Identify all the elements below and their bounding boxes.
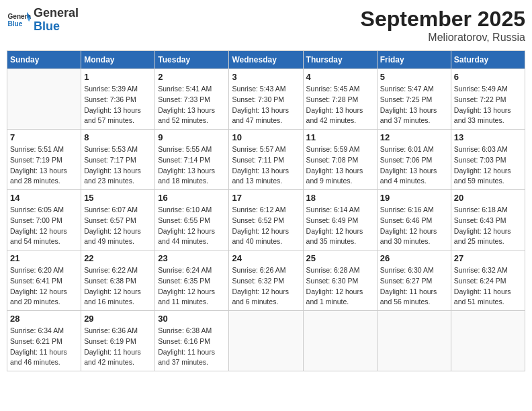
calendar-cell: 10Sunrise: 5:57 AMSunset: 7:11 PMDayligh… bbox=[229, 130, 303, 190]
calendar-week-row: 14Sunrise: 6:05 AMSunset: 7:00 PMDayligh… bbox=[7, 190, 525, 250]
day-info: Sunrise: 6:01 AMSunset: 7:06 PMDaylight:… bbox=[380, 144, 448, 187]
day-info: Sunrise: 6:30 AMSunset: 6:27 PMDaylight:… bbox=[380, 265, 448, 308]
day-info: Sunrise: 5:51 AMSunset: 7:19 PMDaylight:… bbox=[10, 144, 78, 187]
calendar-cell: 22Sunrise: 6:22 AMSunset: 6:38 PMDayligh… bbox=[81, 250, 155, 311]
calendar-cell: 21Sunrise: 6:20 AMSunset: 6:41 PMDayligh… bbox=[7, 250, 81, 311]
calendar-table: SundayMondayTuesdayWednesdayThursdayFrid… bbox=[7, 50, 525, 371]
day-number: 25 bbox=[306, 253, 374, 263]
day-info: Sunrise: 5:47 AMSunset: 7:25 PMDaylight:… bbox=[380, 84, 448, 126]
day-number: 7 bbox=[10, 132, 78, 142]
day-info: Sunrise: 5:41 AMSunset: 7:33 PMDaylight:… bbox=[158, 84, 226, 126]
calendar-week-row: 28Sunrise: 6:34 AMSunset: 6:21 PMDayligh… bbox=[7, 311, 525, 371]
calendar-cell: 14Sunrise: 6:05 AMSunset: 7:00 PMDayligh… bbox=[7, 190, 81, 250]
weekday-header-tuesday: Tuesday bbox=[155, 51, 229, 69]
day-info: Sunrise: 6:32 AMSunset: 6:24 PMDaylight:… bbox=[454, 265, 522, 308]
day-number: 18 bbox=[306, 193, 374, 203]
calendar-cell: 29Sunrise: 6:36 AMSunset: 6:19 PMDayligh… bbox=[81, 311, 155, 371]
weekday-header-monday: Monday bbox=[81, 51, 155, 69]
calendar-cell: 9Sunrise: 5:55 AMSunset: 7:14 PMDaylight… bbox=[155, 130, 229, 190]
day-number: 28 bbox=[10, 314, 78, 324]
calendar-cell: 13Sunrise: 6:03 AMSunset: 7:03 PMDayligh… bbox=[451, 130, 525, 190]
day-info: Sunrise: 6:34 AMSunset: 6:21 PMDaylight:… bbox=[10, 326, 78, 368]
day-number: 10 bbox=[232, 132, 300, 142]
calendar-cell: 16Sunrise: 6:10 AMSunset: 6:55 PMDayligh… bbox=[155, 190, 229, 250]
calendar-cell: 24Sunrise: 6:26 AMSunset: 6:32 PMDayligh… bbox=[229, 250, 303, 311]
month-year: September 2025 bbox=[361, 7, 525, 32]
day-info: Sunrise: 6:18 AMSunset: 6:43 PMDaylight:… bbox=[454, 205, 522, 247]
calendar-cell bbox=[229, 311, 303, 371]
calendar-cell: 23Sunrise: 6:24 AMSunset: 6:35 PMDayligh… bbox=[155, 250, 229, 311]
day-number: 27 bbox=[454, 253, 522, 263]
logo: General Blue General Blue bbox=[7, 7, 79, 34]
day-number: 9 bbox=[158, 132, 226, 142]
svg-text:Blue: Blue bbox=[7, 20, 22, 28]
logo-icon: General Blue bbox=[7, 8, 31, 32]
day-info: Sunrise: 6:12 AMSunset: 6:52 PMDaylight:… bbox=[232, 205, 300, 247]
calendar-cell: 28Sunrise: 6:34 AMSunset: 6:21 PMDayligh… bbox=[7, 311, 81, 371]
weekday-header-sunday: Sunday bbox=[7, 51, 81, 69]
weekday-header-row: SundayMondayTuesdayWednesdayThursdayFrid… bbox=[7, 51, 525, 69]
calendar-cell: 11Sunrise: 5:59 AMSunset: 7:08 PMDayligh… bbox=[303, 130, 377, 190]
day-number: 13 bbox=[454, 132, 522, 142]
weekday-header-friday: Friday bbox=[377, 51, 451, 69]
calendar-cell: 8Sunrise: 5:53 AMSunset: 7:17 PMDaylight… bbox=[81, 130, 155, 190]
day-info: Sunrise: 6:03 AMSunset: 7:03 PMDaylight:… bbox=[454, 144, 522, 187]
calendar-cell: 5Sunrise: 5:47 AMSunset: 7:25 PMDaylight… bbox=[377, 69, 451, 130]
month-title: September 2025 Melioratorov, Russia bbox=[361, 7, 525, 44]
day-number: 16 bbox=[158, 193, 226, 203]
calendar-cell: 27Sunrise: 6:32 AMSunset: 6:24 PMDayligh… bbox=[451, 250, 525, 311]
day-number: 2 bbox=[158, 72, 226, 82]
day-number: 12 bbox=[380, 132, 448, 142]
weekday-header-thursday: Thursday bbox=[303, 51, 377, 69]
day-number: 24 bbox=[232, 253, 300, 263]
day-number: 29 bbox=[84, 314, 152, 324]
day-number: 22 bbox=[84, 253, 152, 263]
day-info: Sunrise: 6:22 AMSunset: 6:38 PMDaylight:… bbox=[84, 265, 152, 308]
day-number: 1 bbox=[84, 72, 152, 82]
calendar-cell: 12Sunrise: 6:01 AMSunset: 7:06 PMDayligh… bbox=[377, 130, 451, 190]
calendar-cell: 6Sunrise: 5:49 AMSunset: 7:22 PMDaylight… bbox=[451, 69, 525, 130]
day-number: 20 bbox=[454, 193, 522, 203]
day-info: Sunrise: 5:57 AMSunset: 7:11 PMDaylight:… bbox=[232, 144, 300, 187]
day-info: Sunrise: 5:45 AMSunset: 7:28 PMDaylight:… bbox=[306, 84, 374, 126]
day-info: Sunrise: 6:10 AMSunset: 6:55 PMDaylight:… bbox=[158, 205, 226, 247]
calendar-week-row: 7Sunrise: 5:51 AMSunset: 7:19 PMDaylight… bbox=[7, 130, 525, 190]
day-info: Sunrise: 6:28 AMSunset: 6:30 PMDaylight:… bbox=[306, 265, 374, 308]
day-number: 14 bbox=[10, 193, 78, 203]
weekday-header-saturday: Saturday bbox=[451, 51, 525, 69]
calendar-cell bbox=[303, 311, 377, 371]
calendar-cell bbox=[7, 69, 81, 130]
day-number: 21 bbox=[10, 253, 78, 263]
day-info: Sunrise: 6:24 AMSunset: 6:35 PMDaylight:… bbox=[158, 265, 226, 308]
day-info: Sunrise: 6:07 AMSunset: 6:57 PMDaylight:… bbox=[84, 205, 152, 247]
day-number: 26 bbox=[380, 253, 448, 263]
day-number: 15 bbox=[84, 193, 152, 203]
day-info: Sunrise: 6:36 AMSunset: 6:19 PMDaylight:… bbox=[84, 326, 152, 368]
day-info: Sunrise: 5:39 AMSunset: 7:36 PMDaylight:… bbox=[84, 84, 152, 126]
day-number: 23 bbox=[158, 253, 226, 263]
calendar-cell: 25Sunrise: 6:28 AMSunset: 6:30 PMDayligh… bbox=[303, 250, 377, 311]
logo-text: General Blue bbox=[34, 7, 79, 34]
day-number: 30 bbox=[158, 314, 226, 324]
calendar-cell: 20Sunrise: 6:18 AMSunset: 6:43 PMDayligh… bbox=[451, 190, 525, 250]
calendar-cell: 18Sunrise: 6:14 AMSunset: 6:49 PMDayligh… bbox=[303, 190, 377, 250]
calendar-cell: 15Sunrise: 6:07 AMSunset: 6:57 PMDayligh… bbox=[81, 190, 155, 250]
day-info: Sunrise: 5:55 AMSunset: 7:14 PMDaylight:… bbox=[158, 144, 226, 187]
calendar-cell bbox=[377, 311, 451, 371]
day-number: 4 bbox=[306, 72, 374, 82]
calendar-week-row: 21Sunrise: 6:20 AMSunset: 6:41 PMDayligh… bbox=[7, 250, 525, 311]
day-info: Sunrise: 6:26 AMSunset: 6:32 PMDaylight:… bbox=[232, 265, 300, 308]
calendar-cell: 30Sunrise: 6:38 AMSunset: 6:16 PMDayligh… bbox=[155, 311, 229, 371]
calendar-cell: 19Sunrise: 6:16 AMSunset: 6:46 PMDayligh… bbox=[377, 190, 451, 250]
day-number: 19 bbox=[380, 193, 448, 203]
day-info: Sunrise: 5:59 AMSunset: 7:08 PMDaylight:… bbox=[306, 144, 374, 187]
day-number: 11 bbox=[306, 132, 374, 142]
day-info: Sunrise: 5:49 AMSunset: 7:22 PMDaylight:… bbox=[454, 84, 522, 126]
day-number: 17 bbox=[232, 193, 300, 203]
calendar-cell: 7Sunrise: 5:51 AMSunset: 7:19 PMDaylight… bbox=[7, 130, 81, 190]
day-number: 5 bbox=[380, 72, 448, 82]
day-info: Sunrise: 5:43 AMSunset: 7:30 PMDaylight:… bbox=[232, 84, 300, 126]
day-info: Sunrise: 6:20 AMSunset: 6:41 PMDaylight:… bbox=[10, 265, 78, 308]
calendar-cell: 3Sunrise: 5:43 AMSunset: 7:30 PMDaylight… bbox=[229, 69, 303, 130]
day-number: 6 bbox=[454, 72, 522, 82]
